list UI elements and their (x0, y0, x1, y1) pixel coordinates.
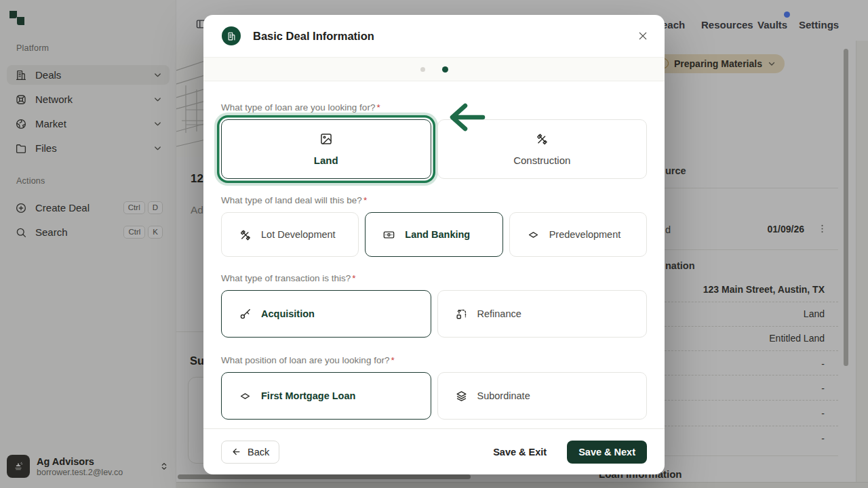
modal-footer: Back Save & Exit Save & Next (203, 428, 665, 474)
option-card-acquisition[interactable]: Acquisition (221, 290, 431, 338)
modal-body: What type of loan are you looking for?* … (203, 81, 665, 428)
required-asterisk: * (376, 102, 380, 113)
crossed-tools-icon (239, 228, 252, 241)
modal-title: Basic Deal Information (253, 30, 637, 43)
option-label: Construction (513, 155, 570, 166)
close-icon[interactable] (637, 30, 648, 41)
save-next-button[interactable]: Save & Next (567, 441, 647, 464)
option-card-subordinate[interactable]: Subordinate (437, 372, 648, 420)
option-card-land-banking[interactable]: Land Banking (365, 212, 502, 257)
option-card-first-mortgage-loan[interactable]: First Mortgage Loan (221, 372, 431, 420)
required-asterisk: * (352, 273, 355, 283)
banknote-icon (382, 228, 395, 241)
modal-header: Basic Deal Information (203, 15, 665, 57)
step-dot-2-active[interactable] (442, 66, 448, 73)
building-badge-icon (222, 26, 241, 45)
required-asterisk: * (391, 355, 394, 365)
option-label: Acquisition (261, 308, 315, 319)
option-card-lot-development[interactable]: Lot Development (221, 212, 359, 257)
option-label: First Mortgage Loan (261, 390, 355, 401)
layers-icon (455, 390, 468, 403)
question-label: What type of land deal will this be?* (221, 195, 647, 205)
option-card-land[interactable]: Land (221, 119, 431, 179)
annotation-arrow-left-icon (446, 102, 486, 133)
step-indicator (203, 57, 665, 81)
question-label: What type of loan are you looking for?* (221, 102, 647, 113)
app-screen: Platform Deals Network Market (0, 0, 868, 488)
required-asterisk: * (363, 195, 367, 205)
option-label: Predevelopment (549, 229, 621, 240)
refresh-cycle-icon (455, 308, 468, 321)
option-label: Subordinate (477, 390, 530, 401)
option-card-predevelopment[interactable]: Predevelopment (509, 212, 647, 257)
basic-deal-information-modal: Basic Deal Information What type of loan… (203, 15, 665, 474)
option-card-refinance[interactable]: Refinance (437, 290, 648, 338)
arrow-left-icon (231, 447, 241, 457)
question-label: What position of loan are you looking fo… (221, 355, 647, 365)
diamond-icon (239, 390, 252, 403)
option-label: Refinance (477, 308, 521, 319)
key-icon (239, 308, 252, 321)
back-button[interactable]: Back (221, 441, 279, 464)
image-icon (319, 132, 333, 146)
diamond-icon (527, 228, 540, 241)
step-dot-1[interactable] (420, 67, 425, 72)
hammer-wrench-icon (535, 132, 549, 146)
option-label: Land Banking (405, 229, 470, 240)
save-exit-button[interactable]: Save & Exit (493, 447, 547, 458)
question-label: What type of transaction is this?* (221, 273, 647, 283)
option-label: Lot Development (261, 229, 336, 240)
option-label: Land (314, 155, 338, 166)
